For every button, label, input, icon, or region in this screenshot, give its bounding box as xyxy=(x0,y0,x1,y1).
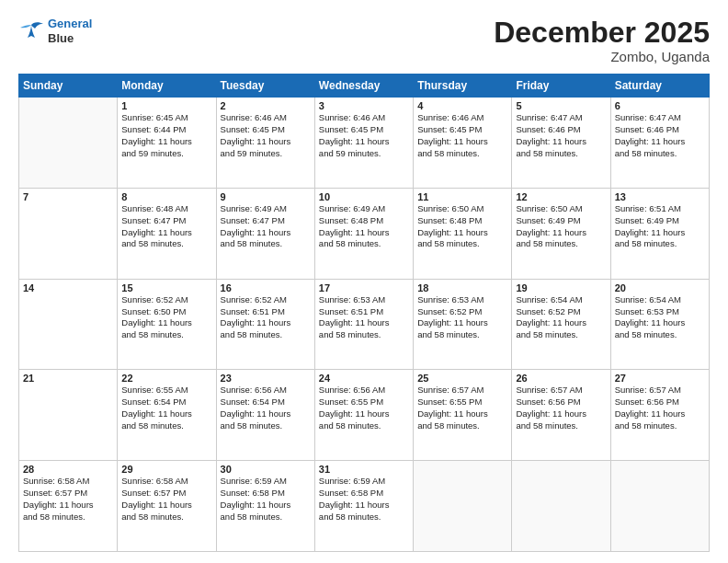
day-number: 8 xyxy=(121,191,211,202)
day-number: 10 xyxy=(319,191,409,202)
table-cell: 23Sunrise: 6:56 AM Sunset: 6:54 PM Dayli… xyxy=(216,370,314,461)
day-info: Sunrise: 6:46 AM Sunset: 6:45 PM Dayligh… xyxy=(221,112,311,159)
day-number: 14 xyxy=(23,282,113,293)
day-info: Sunrise: 6:45 AM Sunset: 6:44 PM Dayligh… xyxy=(121,112,211,159)
day-number: 28 xyxy=(23,464,113,475)
day-info: Sunrise: 6:52 AM Sunset: 6:50 PM Dayligh… xyxy=(121,294,211,341)
day-info: Sunrise: 6:49 AM Sunset: 6:48 PM Dayligh… xyxy=(319,203,409,250)
day-number: 6 xyxy=(615,100,705,111)
table-cell: 1Sunrise: 6:45 AM Sunset: 6:44 PM Daylig… xyxy=(118,98,216,189)
day-number: 1 xyxy=(121,100,211,111)
logo: General Blue xyxy=(18,17,92,45)
table-cell: 11Sunrise: 6:50 AM Sunset: 6:48 PM Dayli… xyxy=(414,188,512,279)
table-cell xyxy=(512,461,610,552)
day-number: 19 xyxy=(516,282,606,293)
calendar-week-row: 1Sunrise: 6:45 AM Sunset: 6:44 PM Daylig… xyxy=(19,98,710,189)
col-thursday: Thursday xyxy=(414,75,512,98)
table-cell: 20Sunrise: 6:54 AM Sunset: 6:53 PM Dayli… xyxy=(610,279,709,370)
day-number: 7 xyxy=(23,191,113,202)
main-title: December 2025 xyxy=(494,17,710,49)
day-number: 20 xyxy=(615,282,705,293)
calendar-week-row: 28Sunrise: 6:58 AM Sunset: 6:57 PM Dayli… xyxy=(19,461,710,552)
day-info: Sunrise: 6:56 AM Sunset: 6:55 PM Dayligh… xyxy=(319,385,409,431)
col-wednesday: Wednesday xyxy=(314,75,413,98)
logo-text: General Blue xyxy=(48,17,92,45)
day-info: Sunrise: 6:58 AM Sunset: 6:57 PM Dayligh… xyxy=(121,476,211,523)
calendar-week-row: 1415Sunrise: 6:52 AM Sunset: 6:50 PM Day… xyxy=(19,279,710,370)
col-saturday: Saturday xyxy=(610,75,709,98)
day-number: 24 xyxy=(319,373,409,384)
table-cell: 29Sunrise: 6:58 AM Sunset: 6:57 PM Dayli… xyxy=(118,461,216,552)
day-info: Sunrise: 6:53 AM Sunset: 6:51 PM Dayligh… xyxy=(319,294,409,341)
day-info: Sunrise: 6:59 AM Sunset: 6:58 PM Dayligh… xyxy=(221,476,311,523)
day-number: 5 xyxy=(516,100,606,111)
day-info: Sunrise: 6:58 AM Sunset: 6:57 PM Dayligh… xyxy=(23,476,113,523)
day-number: 21 xyxy=(23,373,113,384)
table-cell: 9Sunrise: 6:49 AM Sunset: 6:47 PM Daylig… xyxy=(216,188,314,279)
col-friday: Friday xyxy=(512,75,610,98)
table-cell: 12Sunrise: 6:50 AM Sunset: 6:49 PM Dayli… xyxy=(512,188,610,279)
day-number: 15 xyxy=(121,282,211,293)
header: General Blue December 2025 Zombo, Uganda xyxy=(18,17,710,64)
day-info: Sunrise: 6:57 AM Sunset: 6:56 PM Dayligh… xyxy=(516,385,606,431)
table-cell: 13Sunrise: 6:51 AM Sunset: 6:49 PM Dayli… xyxy=(610,188,709,279)
day-info: Sunrise: 6:59 AM Sunset: 6:58 PM Dayligh… xyxy=(319,476,409,523)
day-info: Sunrise: 6:57 AM Sunset: 6:56 PM Dayligh… xyxy=(615,385,705,431)
day-info: Sunrise: 6:47 AM Sunset: 6:46 PM Dayligh… xyxy=(516,112,606,159)
table-cell xyxy=(414,461,512,552)
calendar-week-row: 2122Sunrise: 6:55 AM Sunset: 6:54 PM Day… xyxy=(19,370,710,461)
calendar-table: Sunday Monday Tuesday Wednesday Thursday… xyxy=(18,74,710,552)
table-cell: 19Sunrise: 6:54 AM Sunset: 6:52 PM Dayli… xyxy=(512,279,610,370)
table-cell: 15Sunrise: 6:52 AM Sunset: 6:50 PM Dayli… xyxy=(118,279,216,370)
col-tuesday: Tuesday xyxy=(216,75,314,98)
subtitle: Zombo, Uganda xyxy=(494,49,710,64)
day-info: Sunrise: 6:49 AM Sunset: 6:47 PM Dayligh… xyxy=(221,203,311,250)
day-info: Sunrise: 6:50 AM Sunset: 6:49 PM Dayligh… xyxy=(516,203,606,250)
calendar-header-row: Sunday Monday Tuesday Wednesday Thursday… xyxy=(19,75,710,98)
table-cell: 28Sunrise: 6:58 AM Sunset: 6:57 PM Dayli… xyxy=(19,461,118,552)
table-cell: 26Sunrise: 6:57 AM Sunset: 6:56 PM Dayli… xyxy=(512,370,610,461)
day-number: 27 xyxy=(615,373,705,384)
day-number: 4 xyxy=(417,100,507,111)
table-cell: 17Sunrise: 6:53 AM Sunset: 6:51 PM Dayli… xyxy=(314,279,413,370)
day-number: 11 xyxy=(417,191,507,202)
logo-general: General xyxy=(48,17,92,30)
day-number: 12 xyxy=(516,191,606,202)
day-info: Sunrise: 6:46 AM Sunset: 6:45 PM Dayligh… xyxy=(319,112,409,159)
day-number: 29 xyxy=(121,464,211,475)
day-info: Sunrise: 6:51 AM Sunset: 6:49 PM Dayligh… xyxy=(615,203,705,250)
day-number: 25 xyxy=(417,373,507,384)
day-number: 30 xyxy=(221,464,311,475)
day-number: 18 xyxy=(417,282,507,293)
table-cell: 10Sunrise: 6:49 AM Sunset: 6:48 PM Dayli… xyxy=(314,188,413,279)
day-info: Sunrise: 6:57 AM Sunset: 6:55 PM Dayligh… xyxy=(417,385,507,431)
table-cell: 30Sunrise: 6:59 AM Sunset: 6:58 PM Dayli… xyxy=(216,461,314,552)
day-info: Sunrise: 6:48 AM Sunset: 6:47 PM Dayligh… xyxy=(121,203,211,250)
table-cell: 3Sunrise: 6:46 AM Sunset: 6:45 PM Daylig… xyxy=(314,98,413,189)
day-number: 16 xyxy=(221,282,311,293)
col-sunday: Sunday xyxy=(19,75,118,98)
day-info: Sunrise: 6:54 AM Sunset: 6:52 PM Dayligh… xyxy=(516,294,606,341)
day-info: Sunrise: 6:55 AM Sunset: 6:54 PM Dayligh… xyxy=(121,385,211,431)
day-number: 13 xyxy=(615,191,705,202)
calendar-week-row: 78Sunrise: 6:48 AM Sunset: 6:47 PM Dayli… xyxy=(19,188,710,279)
day-number: 23 xyxy=(221,373,311,384)
table-cell: 5Sunrise: 6:47 AM Sunset: 6:46 PM Daylig… xyxy=(512,98,610,189)
logo-blue: Blue xyxy=(48,31,92,46)
table-cell: 22Sunrise: 6:55 AM Sunset: 6:54 PM Dayli… xyxy=(118,370,216,461)
table-cell: 21 xyxy=(19,370,118,461)
day-info: Sunrise: 6:52 AM Sunset: 6:51 PM Dayligh… xyxy=(221,294,311,341)
table-cell xyxy=(19,98,118,189)
table-cell: 31Sunrise: 6:59 AM Sunset: 6:58 PM Dayli… xyxy=(314,461,413,552)
table-cell: 16Sunrise: 6:52 AM Sunset: 6:51 PM Dayli… xyxy=(216,279,314,370)
table-cell: 2Sunrise: 6:46 AM Sunset: 6:45 PM Daylig… xyxy=(216,98,314,189)
day-number: 2 xyxy=(221,100,311,111)
day-number: 17 xyxy=(319,282,409,293)
table-cell xyxy=(610,461,709,552)
table-cell: 24Sunrise: 6:56 AM Sunset: 6:55 PM Dayli… xyxy=(314,370,413,461)
table-cell: 25Sunrise: 6:57 AM Sunset: 6:55 PM Dayli… xyxy=(414,370,512,461)
day-number: 26 xyxy=(516,373,606,384)
title-block: December 2025 Zombo, Uganda xyxy=(494,17,710,64)
day-number: 9 xyxy=(221,191,311,202)
page: General Blue December 2025 Zombo, Uganda… xyxy=(0,0,728,563)
